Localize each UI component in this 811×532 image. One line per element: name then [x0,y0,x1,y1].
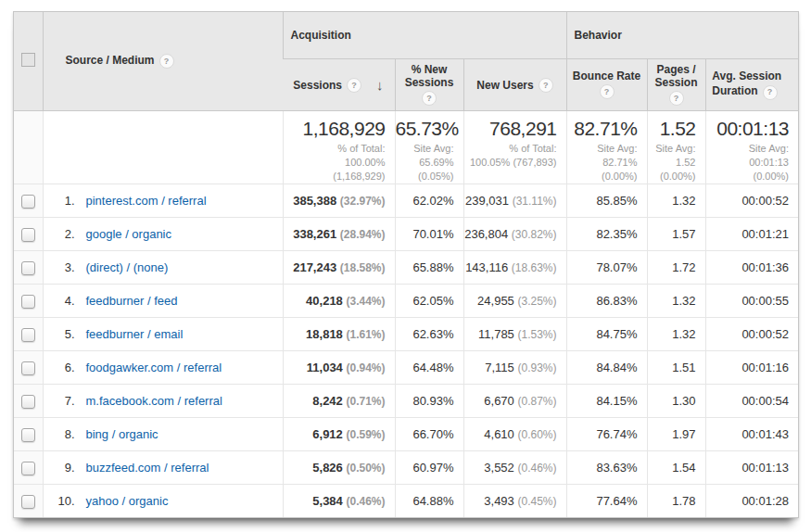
sessions-cell: 40,218 (3.44%) [283,285,395,318]
help-icon[interactable]: ? [763,85,778,100]
group-header-behavior: Behavior [566,12,798,59]
totals-empty-cell [43,111,283,184]
row-checkbox[interactable] [21,495,35,509]
duration-cell: 00:00:54 [705,385,798,418]
source-medium-link[interactable]: m.facebook.com / referral [86,394,222,408]
column-header-pages-session[interactable]: Pages / Session? [647,59,705,111]
row-checkbox[interactable] [21,261,35,275]
column-header-source-medium[interactable]: Source / Medium? [43,12,283,111]
totals-sessions: 1,168,929% of Total: 100.00% (1,168,929) [283,111,395,184]
duration-cell: 00:01:13 [705,451,798,485]
checkbox-cell [14,385,43,418]
source-medium-link[interactable]: feedburner / email [86,327,184,341]
new-sessions-cell: 64.88% [395,485,463,518]
source-medium-label: Source / Medium [66,54,155,67]
row-index: 6. [51,361,75,374]
help-icon[interactable]: ? [422,91,437,106]
row-index: 2. [51,227,75,241]
new-users-cell: 24,955 (3.25%) [463,285,566,318]
source-cell: 8.bing / organic [43,418,283,451]
sessions-cell: 385,388 (32.97%) [283,184,395,218]
source-medium-link[interactable]: buzzfeed.com / referral [86,461,209,475]
pages-cell: 1.30 [647,385,705,418]
source-cell: 6.foodgawker.com / referral [43,351,283,385]
pages-cell: 1.72 [647,251,705,285]
duration-cell: 00:00:52 [705,184,798,218]
source-medium-link[interactable]: bing / organic [86,427,158,441]
source-cell: 7.m.facebook.com / referral [43,385,283,418]
pages-cell: 1.78 [647,485,705,518]
sessions-cell: 338,261 (28.94%) [283,218,395,251]
source-medium-link[interactable]: foodgawker.com / referral [86,361,222,374]
pages-cell: 1.54 [647,451,705,485]
select-all-checkbox[interactable] [21,53,35,67]
source-medium-link[interactable]: pinterest.com / referral [86,194,207,208]
table-row: 3.(direct) / (none) 217,243 (18.58%) 65.… [14,251,798,285]
checkbox-cell [14,451,43,485]
row-checkbox[interactable] [21,462,35,475]
pages-cell: 1.51 [647,351,705,385]
bounce-cell: 76.74% [566,418,647,451]
source-medium-link[interactable]: google / organic [86,227,172,241]
new-users-cell: 239,031 (31.11%) [463,184,566,218]
source-cell: 1.pinterest.com / referral [43,184,283,218]
pages-cell: 1.97 [647,418,705,451]
row-index: 5. [51,327,75,341]
select-all-cell [14,12,43,111]
row-checkbox[interactable] [21,195,35,209]
source-medium-link[interactable]: (direct) / (none) [86,260,169,274]
column-header-new-sessions[interactable]: % New Sessions? [395,59,463,111]
bounce-cell: 86.83% [566,285,647,318]
column-header-new-users[interactable]: New Users? [463,59,566,111]
sessions-cell: 6,912 (0.59%) [283,418,395,451]
checkbox-cell [14,351,43,385]
column-header-sessions[interactable]: Sessions?↓ [283,59,395,111]
row-index: 8. [51,427,75,441]
row-checkbox[interactable] [21,228,35,242]
row-checkbox[interactable] [21,328,35,342]
source-medium-link[interactable]: yahoo / organic [86,494,169,508]
row-checkbox[interactable] [21,361,35,375]
new-sessions-cell: 66.70% [395,418,463,451]
new-users-cell: 6,670 (0.87%) [463,385,566,418]
duration-cell: 00:01:43 [705,418,798,451]
sessions-cell: 5,384 (0.46%) [283,485,395,518]
new-users-cell: 3,493 (0.45%) [463,485,566,518]
pages-cell: 1.32 [647,318,705,351]
table-row: 9.buzzfeed.com / referral 5,826 (0.50%) … [14,451,798,485]
source-cell: 10.yahoo / organic [43,485,283,518]
new-sessions-cell: 62.05% [395,285,463,318]
help-icon[interactable]: ? [600,84,615,99]
row-checkbox[interactable] [21,428,35,442]
row-checkbox[interactable] [21,295,35,309]
bounce-cell: 78.07% [566,251,647,285]
bounce-cell: 84.84% [566,351,647,385]
checkbox-cell [14,418,43,451]
sessions-cell: 11,034 (0.94%) [283,351,395,385]
column-header-bounce-rate[interactable]: Bounce Rate? [566,59,647,111]
sessions-cell: 217,243 (18.58%) [283,251,395,285]
new-sessions-cell: 65.88% [395,251,463,285]
table-row: 2.google / organic 338,261 (28.94%) 70.0… [14,218,798,251]
row-checkbox[interactable] [21,395,35,409]
source-cell: 9.buzzfeed.com / referral [43,451,283,485]
source-medium-link[interactable]: feedburner / feed [86,294,178,308]
duration-cell: 00:01:16 [705,351,798,385]
new-sessions-cell: 62.02% [395,184,463,218]
help-icon[interactable]: ? [539,78,553,93]
checkbox-cell [14,285,43,318]
help-icon[interactable]: ? [159,54,174,69]
new-sessions-cell: 64.48% [395,351,463,385]
column-header-avg-duration[interactable]: Avg. Session Duration? [705,59,798,111]
source-cell: 5.feedburner / email [43,318,283,351]
new-sessions-cell: 70.01% [395,218,463,251]
totals-duration: 00:01:13Site Avg: 00:01:13 (0.00%) [705,111,798,184]
help-icon[interactable]: ? [669,91,684,106]
checkbox-cell [14,184,43,218]
duration-cell: 00:00:55 [705,285,798,318]
help-icon[interactable]: ? [347,78,361,93]
duration-cell: 00:01:21 [705,218,798,251]
pages-cell: 1.32 [647,184,705,218]
bounce-cell: 85.85% [566,184,647,218]
sort-desc-icon[interactable]: ↓ [376,77,384,93]
